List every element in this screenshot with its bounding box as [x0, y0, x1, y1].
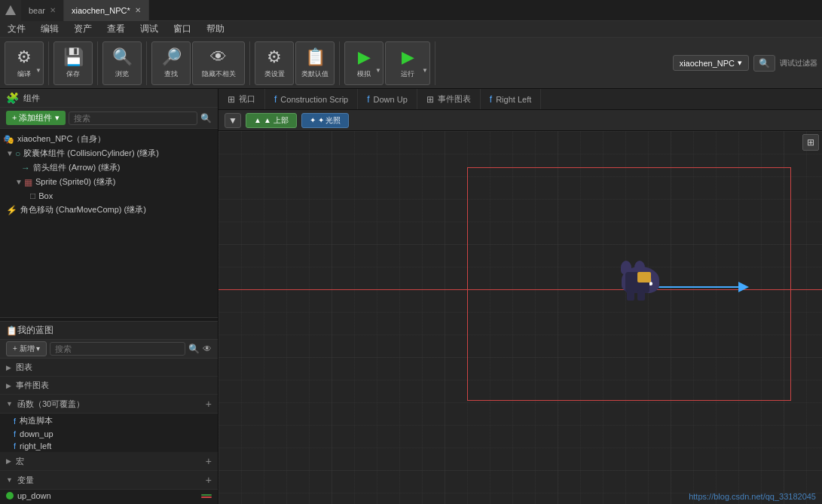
section-graph[interactable]: ▶ 图表 [0, 359, 218, 377]
add-function-button[interactable]: + [206, 398, 212, 410]
run-button[interactable]: ▶ 运行 ▼ [385, 41, 430, 85]
tree-item-arrow[interactable]: → 箭头组件 (Arrow) (继承) [0, 160, 218, 175]
tree-item-box[interactable]: □ Box [0, 189, 218, 203]
component-search-input[interactable] [69, 111, 197, 125]
main-layout: 🧩 组件 + 添加组件 ▾ 🔍 🎭 xiaochen_NPC（自身） ▼ ○ 胶… [0, 89, 822, 504]
save-button[interactable]: 💾 保存 [53, 41, 93, 85]
arrow-label: 箭头组件 (Arrow) (继承) [33, 162, 121, 173]
class-defaults-button[interactable]: 📋 类默认值 [295, 41, 335, 85]
class-settings-button[interactable]: ⚙ 类设置 [255, 41, 294, 85]
func-construction-label: 构造脚本 [20, 415, 53, 426]
toolbar-class-group: ⚙ 类设置 📋 类默认值 [255, 41, 340, 85]
simulate-button[interactable]: ▶ 模拟 ▼ [344, 41, 383, 85]
run-label: 运行 [401, 69, 414, 79]
menu-window[interactable]: 窗口 [166, 21, 199, 37]
collapse-sprite-icon[interactable]: ▼ [15, 178, 24, 186]
down-up-tab-label: Down Up [374, 95, 408, 104]
toolbar-find-group: 🔎 查找 👁 隐藏不相关 [151, 41, 250, 85]
func-construction-icon: f [14, 417, 16, 426]
up-button[interactable]: ▲ ▲ 上部 [246, 113, 297, 128]
add-macro-button[interactable]: + [206, 455, 212, 467]
class-settings-label: 类设置 [264, 69, 285, 79]
tab-xiaochen-npc[interactable]: xiaochen_NPC* ✕ [64, 0, 149, 21]
menu-file[interactable]: 文件 [0, 21, 33, 37]
viewport-tabs: ⊞ 视口 f Construction Scrip f Down Up ⊞ 事件… [218, 89, 822, 110]
tab-bear-close[interactable]: ✕ [50, 6, 56, 14]
find-label: 查找 [164, 69, 178, 79]
func-right-left-icon: f [14, 441, 16, 451]
hide-unrelated-button[interactable]: 👁 隐藏不相关 [192, 41, 245, 85]
bp-search-go-button[interactable]: 🔍 [188, 344, 200, 354]
tab-bear[interactable]: bear ✕ [21, 0, 64, 21]
event-graph-label: 事件图表 [16, 380, 49, 391]
components-header: 🧩 组件 [0, 89, 218, 108]
find-button[interactable]: 🔎 查找 [151, 41, 191, 85]
collapse-collision-icon[interactable]: ▼ [6, 149, 15, 157]
tab-down-up[interactable]: f Down Up [358, 89, 417, 109]
expand-collapse-button[interactable]: ▼ [225, 113, 241, 128]
bp-view-options-button[interactable]: 👁 [203, 344, 212, 354]
bp-panel-scroll: ▶ 图表 ▶ 事件图表 ▼ 函数（30可覆盖） + f 构造脚本 [0, 359, 218, 504]
tree-item-charmove[interactable]: ⚡ 角色移动 (CharMoveComp) (继承) [0, 203, 218, 217]
component-search-go-button[interactable]: 🔍 [200, 113, 212, 124]
section-functions[interactable]: ▼ 函数（30可覆盖） + [0, 395, 218, 414]
drag-handle-icon-2 [201, 496, 212, 498]
var-up-down[interactable]: up_down [0, 490, 218, 502]
tab-event-graph[interactable]: ⊞ 事件图表 [417, 89, 481, 109]
bp-new-button[interactable]: + 新增 ▾ [6, 341, 47, 356]
sprite-label: Sprite (Sprite0) (继承) [35, 176, 115, 188]
run-arrow-icon: ▼ [422, 67, 428, 74]
tree-item-collision[interactable]: ▼ ○ 胶囊体组件 (CollisionCylinder) (继承) [0, 146, 218, 160]
section-variables[interactable]: ▼ 变量 + [0, 471, 218, 490]
func-down-up-icon: f [14, 429, 16, 438]
simulate-arrow-icon: ▼ [375, 67, 381, 74]
tab-xiaochen-npc-close[interactable]: ✕ [135, 6, 141, 14]
title-bar: bear ✕ xiaochen_NPC* ✕ [0, 0, 822, 21]
toolbar-browse-group: 🔍 浏览 [102, 41, 147, 85]
tree-item-sprite[interactable]: ▼ ▦ Sprite (Sprite0) (继承) [0, 175, 218, 189]
menu-asset[interactable]: 资产 [66, 21, 99, 37]
section-event-graph[interactable]: ▶ 事件图表 [0, 377, 218, 395]
menu-edit[interactable]: 编辑 [33, 21, 66, 37]
character-accessory [637, 272, 651, 283]
drag-handle-icon [201, 494, 212, 496]
add-variable-button[interactable]: + [206, 474, 212, 486]
tab-right-left[interactable]: f Right Left [481, 89, 541, 109]
tab-construction-script[interactable]: f Construction Scrip [265, 89, 358, 109]
self-icon: 🎭 [3, 134, 14, 145]
bp-search-input[interactable] [50, 342, 185, 356]
section-macros[interactable]: ▶ 宏 + [0, 452, 218, 471]
event-graph-tab-icon: ⊞ [426, 94, 434, 105]
func-right-left[interactable]: f right_left [0, 440, 218, 452]
menu-bar: 文件 编辑 资产 查看 调试 窗口 帮助 [0, 21, 822, 38]
self-label: xiaochen_NPC（自身） [17, 133, 105, 145]
npc-dropdown[interactable]: xiaochen_NPC ▾ [673, 55, 749, 71]
viewport: ⊞ 视口 f Construction Scrip f Down Up ⊞ 事件… [218, 89, 822, 504]
tab-viewport[interactable]: ⊞ 视口 [218, 89, 265, 109]
browse-button[interactable]: 🔍 浏览 [102, 41, 142, 85]
viewport-options-button[interactable]: ⊞ [802, 134, 819, 151]
add-component-button[interactable]: + 添加组件 ▾ [6, 111, 66, 125]
debug-search-button[interactable]: 🔍 [753, 55, 775, 72]
tree-self[interactable]: 🎭 xiaochen_NPC（自身） [0, 132, 218, 146]
func-construction[interactable]: f 构造脚本 [0, 414, 218, 428]
simulate-label: 模拟 [357, 69, 371, 79]
menu-view[interactable]: 查看 [99, 21, 133, 37]
compile-icon: ⚙ [17, 47, 32, 67]
box-label: Box [38, 191, 53, 200]
menu-debug[interactable]: 调试 [133, 21, 166, 37]
class-settings-icon: ⚙ [267, 47, 282, 67]
viewport-tab-icon: ⊞ [228, 94, 235, 105]
box-icon: □ [30, 191, 35, 201]
bp-icon: 📋 [6, 325, 17, 336]
func-down-up[interactable]: f down_up [0, 428, 218, 440]
browse-icon: 🔍 [112, 47, 133, 67]
var-up-down-drag[interactable] [201, 494, 212, 498]
component-tree: 🎭 xiaochen_NPC（自身） ▼ ○ 胶囊体组件 (CollisionC… [0, 129, 218, 317]
down-up-tab-icon: f [367, 94, 369, 105]
light-button[interactable]: ✦ ✦ 光照 [301, 113, 350, 128]
save-label: 保存 [66, 69, 80, 79]
compile-button[interactable]: ⚙ 编译 ▼ [5, 41, 44, 85]
tab-xiaochen-npc-label: xiaochen_NPC* [72, 6, 130, 15]
menu-help[interactable]: 帮助 [199, 21, 232, 37]
